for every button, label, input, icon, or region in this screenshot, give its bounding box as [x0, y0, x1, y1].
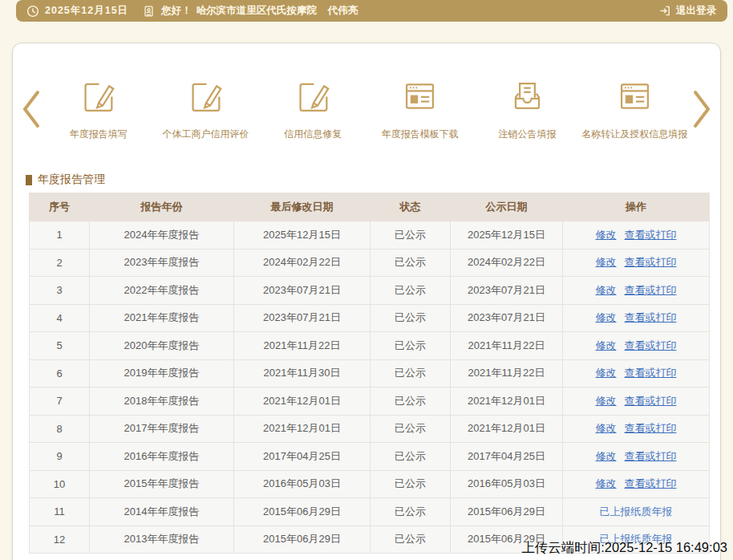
status-cell: 已公示	[371, 221, 451, 250]
greeting-text: 您好！	[161, 4, 192, 18]
year-cell: 2015年年度报告	[90, 470, 234, 498]
modified-cell: 2021年11月22日	[234, 332, 371, 360]
carousel-item-name-transfer[interactable]: 名称转让及授权信息填报	[581, 77, 688, 141]
view-or-print-link[interactable]: 查看或打印	[625, 256, 677, 268]
ops-cell: 修改查看或打印	[563, 359, 710, 388]
modified-cell: 2024年02月22日	[234, 249, 371, 277]
carousel-item-credit-evaluation[interactable]: 个体工商户信用评价	[152, 77, 260, 141]
logout-button[interactable]: 退出登录	[658, 4, 716, 18]
modify-link[interactable]: 修改	[596, 284, 617, 296]
year-cell: 2018年年度报告	[90, 388, 234, 416]
carousel-item-label: 个体工商户信用评价	[163, 128, 249, 141]
view-or-print-link[interactable]: 查看或打印	[625, 311, 677, 323]
carousel-item-label: 注销公告填报	[499, 128, 557, 141]
user-name: 代伟亮	[328, 4, 358, 18]
edit-icon	[295, 77, 331, 114]
year-cell: 2020年年度报告	[90, 332, 234, 360]
ops-cell: 修改查看或打印	[563, 470, 710, 498]
modified-cell: 2017年04月25日	[234, 443, 371, 471]
ops-cell: 修改查看或打印	[563, 332, 710, 360]
edit-icon	[80, 77, 116, 114]
modify-link[interactable]: 修改	[596, 256, 617, 268]
carousel-item-template-download[interactable]: 年度报告模板下载	[366, 77, 474, 141]
edit-icon	[188, 77, 224, 114]
modified-cell: 2023年07月21日	[234, 304, 371, 332]
section-bullet-icon	[26, 175, 32, 185]
current-date: 2025年12月15日	[45, 4, 128, 18]
view-or-print-link[interactable]: 查看或打印	[625, 339, 677, 351]
view-or-print-link[interactable]: 查看或打印	[625, 422, 677, 434]
modified-cell: 2015年06月29日	[234, 498, 371, 526]
published-cell: 2021年11月22日	[451, 332, 563, 360]
modify-link[interactable]: 修改	[596, 450, 617, 462]
carousel-item-annual-report-fill[interactable]: 年度报告填写	[45, 77, 152, 141]
ops-cell: 修改查看或打印	[563, 277, 710, 305]
status-cell: 已公示	[371, 304, 451, 332]
ops-cell: 修改查看或打印	[563, 415, 710, 443]
carousel-item-deregistration-notice[interactable]: 注销公告填报	[474, 77, 581, 141]
carousel-prev-button[interactable]	[18, 88, 45, 130]
view-or-print-link[interactable]: 查看或打印	[625, 395, 677, 407]
carousel-item-label: 信用信息修复	[284, 128, 342, 141]
modify-link[interactable]: 修改	[596, 477, 617, 489]
modified-cell: 2023年07月21日	[234, 277, 371, 305]
year-cell: 2013年年度报告	[90, 526, 234, 554]
published-cell: 2024年02月22日	[451, 249, 563, 277]
modified-cell: 2016年05月03日	[234, 470, 371, 498]
logout-label: 退出登录	[676, 4, 716, 18]
inbox-icon	[509, 77, 545, 114]
modify-link[interactable]: 修改	[596, 229, 617, 241]
modify-link[interactable]: 修改	[596, 339, 617, 351]
carousel-item-label: 名称转让及授权信息填报	[581, 128, 687, 141]
topbar: 2025年12月15日 您好！ 哈尔滨市道里区代氏按摩院 代伟亮 退出登录	[16, 0, 727, 22]
seq-cell: 4	[30, 304, 90, 332]
seq-cell: 5	[30, 332, 90, 360]
published-cell: 2023年07月21日	[451, 304, 563, 332]
logout-icon	[658, 5, 671, 17]
year-cell: 2023年年度报告	[90, 249, 234, 277]
modify-link[interactable]: 修改	[596, 311, 617, 323]
status-cell: 已公示	[371, 249, 451, 277]
year-cell: 2016年年度报告	[90, 443, 234, 471]
ops-cell: 修改查看或打印	[563, 221, 710, 250]
table-row: 72018年年度报告2021年12月01日已公示2021年12月01日修改查看或…	[30, 388, 710, 416]
view-or-print-link[interactable]: 查看或打印	[625, 229, 677, 241]
view-or-print-link[interactable]: 查看或打印	[625, 284, 677, 296]
ops-cell: 修改查看或打印	[563, 249, 710, 277]
ops-cell: 修改查看或打印	[563, 443, 710, 471]
view-or-print-link[interactable]: 查看或打印	[625, 367, 677, 379]
seq-cell: 10	[30, 470, 90, 498]
status-cell: 已公示	[371, 332, 451, 360]
ops-cell: 已上报纸质年报	[563, 498, 710, 526]
year-cell: 2017年年度报告	[90, 415, 234, 443]
view-or-print-link[interactable]: 查看或打印	[625, 450, 677, 462]
carousel-item-label: 年度报告模板下载	[382, 128, 459, 141]
chevron-right-icon	[691, 88, 712, 130]
id-badge-icon	[143, 5, 155, 18]
seq-cell: 12	[30, 526, 90, 554]
carousel-item-credit-repair[interactable]: 信用信息修复	[259, 77, 366, 141]
modify-link[interactable]: 修改	[596, 395, 617, 407]
status-cell: 已公示	[371, 415, 451, 443]
seq-cell: 9	[30, 443, 90, 471]
status-cell: 已公示	[371, 277, 451, 305]
published-cell: 2025年12月15日	[451, 221, 563, 250]
modify-link[interactable]: 修改	[596, 422, 617, 434]
header-publish-date: 公示日期	[451, 193, 563, 221]
modified-cell: 2025年12月15日	[234, 221, 371, 250]
table-row: 32022年年度报告2023年07月21日已公示2023年07月21日修改查看或…	[30, 277, 710, 305]
header-actions: 操作	[563, 193, 710, 221]
modified-cell: 2021年12月01日	[234, 415, 371, 443]
carousel-next-button[interactable]	[688, 88, 715, 130]
section-title: 年度报告管理	[26, 172, 105, 187]
published-cell: 2021年12月01日	[451, 388, 563, 416]
table-row: 12024年年度报告2025年12月15日已公示2025年12月15日修改查看或…	[30, 221, 710, 250]
report-table-body: 12024年年度报告2025年12月15日已公示2025年12月15日修改查看或…	[30, 221, 710, 554]
header-report-year: 报告年份	[90, 193, 234, 221]
modified-cell: 2015年06月29日	[234, 526, 371, 554]
seq-cell: 8	[30, 415, 90, 443]
view-or-print-link[interactable]: 查看或打印	[625, 477, 677, 489]
modify-link[interactable]: 修改	[596, 367, 617, 379]
published-cell: 2021年11月22日	[451, 359, 563, 388]
annual-report-table: 序号 报告年份 最后修改日期 状态 公示日期 操作 12024年年度报告2025…	[29, 193, 709, 554]
